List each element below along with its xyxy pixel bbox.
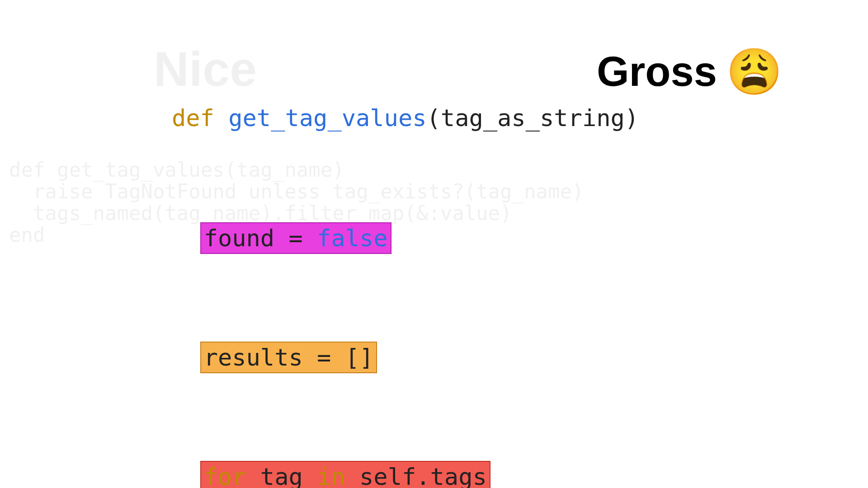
hl-results-init: results = [] xyxy=(200,342,377,373)
weary-face-icon: 😩 xyxy=(726,45,783,98)
code-line-2: found = false xyxy=(172,222,639,252)
code-line-4: for tag in self.tags xyxy=(172,461,639,488)
hl-for-loop: for tag in self.tags xyxy=(200,461,491,488)
hl-found-false: found = false xyxy=(200,222,392,254)
slide: Nice def get_tag_values(tag_name) raise … xyxy=(0,0,868,488)
ghost-code-line-4: end xyxy=(9,223,45,246)
code-line-3: results = [] xyxy=(172,342,639,371)
code-block: def get_tag_values(tag_as_string) found … xyxy=(172,14,639,488)
code-line-1: def get_tag_values(tag_as_string) xyxy=(172,103,639,133)
